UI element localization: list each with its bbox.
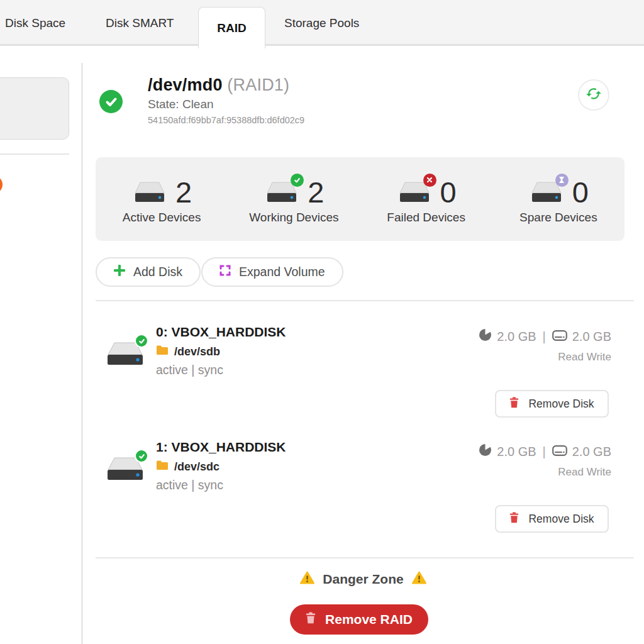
raid-device-stats: 2 Active Devices 2 Working Devices: [96, 157, 625, 241]
stat-value: 0: [440, 177, 457, 207]
folder-icon: [156, 345, 169, 358]
badge-check-icon: [291, 174, 304, 187]
capacity-separator: |: [543, 445, 546, 459]
stat-value: 2: [308, 177, 324, 207]
stat-working-devices: 2 Working Devices: [228, 157, 360, 241]
warning-icon: [412, 571, 426, 587]
trash-icon: [306, 612, 316, 627]
raid-level: (RAID1): [227, 75, 289, 94]
stat-failed-devices: 0 Failed Devices: [360, 157, 492, 241]
hard-drive-icon: [552, 445, 567, 459]
raid-device-title: /dev/md0 (RAID1): [148, 75, 304, 95]
content-divider: [81, 63, 83, 644]
disk-icon: [131, 180, 168, 205]
add-disk-button[interactable]: Add Disk: [96, 257, 201, 287]
raid-device-name: /dev/md0: [148, 75, 223, 94]
remove-disk-label: Remove Disk: [528, 513, 594, 526]
refresh-button[interactable]: [578, 79, 609, 111]
danger-zone-label: Danger Zone: [323, 572, 403, 587]
trash-icon: [509, 397, 519, 411]
disk-icon: [396, 180, 433, 205]
disk-title: 0: VBOX_HARDDISK: [156, 325, 286, 340]
expand-volume-label: Expand Volume: [239, 265, 325, 279]
tab-raid[interactable]: RAID: [198, 7, 265, 48]
raid-state: State: Clean: [148, 97, 304, 111]
raid-uuid: 54150afd:f69bb7af:95388dfb:d6fd02c9: [148, 115, 304, 125]
refresh-icon: [586, 86, 602, 104]
disk-title: 1: VBOX_HARDDISK: [156, 440, 286, 455]
sidebar-notification-dot: [0, 175, 3, 194]
add-disk-label: Add Disk: [133, 265, 182, 279]
disk-used-value: 2.0 GB: [497, 445, 536, 459]
disk-row: 0: VBOX_HARDDISK /dev/sdb active | sync …: [96, 313, 625, 426]
tab-disk-space[interactable]: Disk Space: [5, 0, 65, 46]
remove-disk-label: Remove Disk: [528, 397, 594, 411]
disk-used-value: 2.0 GB: [497, 330, 536, 344]
stat-label: Working Devices: [249, 211, 338, 225]
remove-raid-label: Remove RAID: [325, 612, 413, 627]
pie-chart-icon: [479, 328, 492, 345]
tab-storage-pools[interactable]: Storage Pools: [284, 0, 359, 46]
disk-icon: [104, 455, 146, 484]
sidebar-divider: [0, 153, 69, 155]
hard-drive-icon: [552, 330, 567, 344]
raid-header: /dev/md0 (RAID1) State: Clean 54150afd:f…: [99, 75, 634, 145]
badge-error-icon: [423, 174, 436, 187]
sidebar-raid-card[interactable]: [0, 77, 69, 140]
plus-icon: [114, 265, 125, 279]
tab-disk-smart[interactable]: Disk SMART: [106, 0, 174, 46]
stat-active-devices: 2 Active Devices: [96, 157, 228, 241]
remove-disk-button[interactable]: Remove Disk: [495, 390, 609, 418]
disk-mode: Read Write: [558, 466, 611, 479]
warning-icon: [300, 571, 314, 587]
section-divider: [96, 557, 634, 558]
disk-row: 1: VBOX_HARDDISK /dev/sdc active | sync …: [96, 428, 625, 541]
disk-status: active | sync: [156, 478, 286, 492]
disk-capacity: 2.0 GB | 2.0 GB: [479, 443, 611, 460]
disk-capacity: 2.0 GB | 2.0 GB: [479, 328, 611, 345]
trash-icon: [509, 512, 519, 526]
remove-disk-button[interactable]: Remove Disk: [495, 505, 609, 533]
stat-value: 2: [175, 177, 192, 207]
remove-raid-button[interactable]: Remove RAID: [290, 604, 428, 635]
folder-icon: [156, 460, 169, 474]
tab-label: Disk Space: [5, 16, 65, 30]
stat-label: Failed Devices: [387, 211, 465, 225]
badge-check-icon: [135, 334, 148, 348]
stat-spare-devices: 0 Spare Devices: [492, 157, 625, 241]
disk-icon: [264, 180, 300, 205]
tab-label: Storage Pools: [284, 16, 359, 30]
pie-chart-icon: [479, 443, 492, 460]
section-divider: [96, 300, 634, 301]
expand-volume-button[interactable]: Expand Volume: [201, 257, 343, 287]
capacity-separator: |: [543, 330, 546, 344]
danger-zone-heading: Danger Zone: [82, 571, 644, 587]
disk-path-label: /dev/sdc: [174, 460, 219, 474]
badge-spare-icon: [555, 174, 569, 187]
tab-bar: Disk Space Disk SMART RAID Storage Pools: [0, 0, 644, 46]
disk-total-value: 2.0 GB: [572, 330, 611, 344]
raid-management-page: Disk Space Disk SMART RAID Storage Pools…: [0, 0, 644, 644]
stat-label: Spare Devices: [519, 211, 597, 225]
disk-icon: [104, 340, 146, 369]
tab-label: Disk SMART: [106, 16, 174, 30]
disk-path-label: /dev/sdb: [174, 345, 220, 358]
tab-label: RAID: [217, 21, 246, 35]
badge-check-icon: [135, 449, 148, 463]
stat-value: 0: [572, 177, 589, 207]
expand-icon: [219, 265, 231, 279]
raid-status-ok-icon: [99, 90, 123, 113]
stat-label: Active Devices: [123, 211, 201, 225]
disk-total-value: 2.0 GB: [572, 445, 611, 459]
disk-status: active | sync: [156, 363, 286, 377]
disk-mode: Read Write: [558, 351, 611, 364]
disk-icon: [528, 180, 565, 205]
